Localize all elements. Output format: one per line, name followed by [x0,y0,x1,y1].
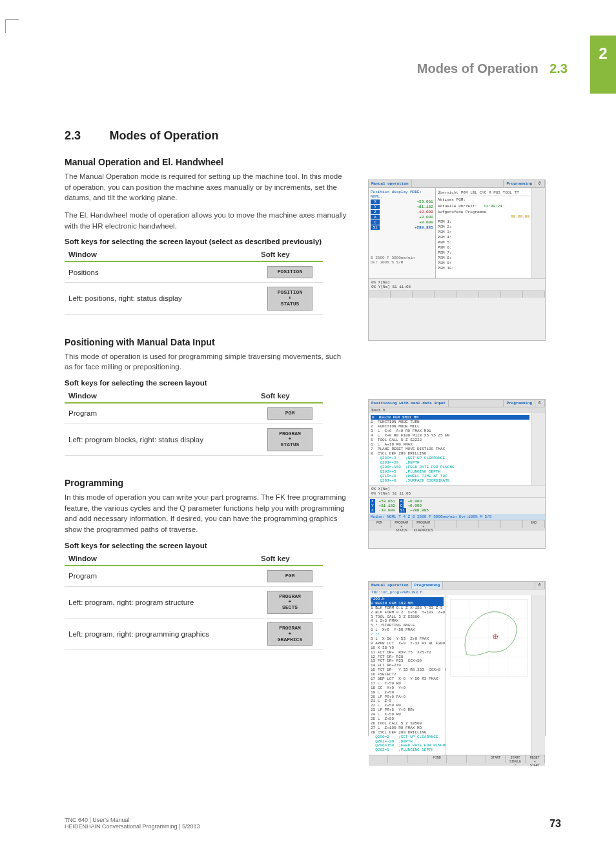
cell-window: Left: program, right: programming graphi… [65,618,257,650]
ss2-sidebar [531,413,545,485]
ss1-feed: S 2500 F 3000mm/min [371,256,433,260]
footer-line1: TNC 640 | User's Manual [65,817,200,823]
ss3-title-left: Manual operation [369,582,412,589]
softkey-program-graphics[interactable]: PROGRAM + GRAPHICS [267,622,313,646]
heading-manual: Manual Operation and El. Handwheel [65,157,349,167]
softkey-program-sects[interactable]: PROGRAM + SECTS [267,591,313,614]
ss2-titlebar: Positioning with manl.data input Program… [369,400,545,407]
clock-icon: ⏱ [535,180,545,187]
footer-line2: HEIDENHAIN Conversational Programming | … [65,823,200,830]
para-prog: In this mode of operation you can write … [65,492,349,535]
ss1-uhrzeit: 11:09:24 [484,204,502,209]
ss1-positions-panel: Position display MODE: NOML. X+53.061Y+8… [369,188,436,278]
cell-window: Left: program, right: program structure [65,586,257,618]
softkey-table-manual: Window Soft key Positions POSITION Left:… [65,248,323,314]
ss3-graphics-panel [446,595,531,755]
para-mdi: This mode of operation is used for progr… [65,351,349,373]
footer: TNC 640 | User's Manual HEIDENHAIN Conve… [65,817,200,830]
ss1-status-bar: 0% X[Nm] 0% Y[Nm] S1 11:05 [369,278,545,291]
sk-heading-prog: Soft keys for selecting the screen layou… [65,542,349,549]
ss2-status2: 0% Y[Nm] S1 11:05 [371,491,542,496]
th-softkey: Soft key [257,552,323,566]
heading-mdi: Positioning with Manual Data Input [65,337,349,347]
banner-title: Modes of Operation [417,61,539,76]
softkey-program-status[interactable]: PROGRAM + STATUS [267,428,313,451]
ss1-title-left: Manual operation [369,180,412,187]
para-manual-2: The El. Handwheel mode of operation allo… [65,210,349,231]
para-manual-1: The Manual Operation mode is required fo… [65,171,349,203]
table-row: Left: program, right: programming graphi… [65,618,323,650]
ss2-bottom-status: Modus: NOML T 4 Z S 2500 F 3000mm/min Ov… [369,514,545,520]
ss1-softkey-row [369,291,545,298]
ss2-status: 0% X[Nm] 0% Y[Nm] S1 11:05 [369,485,545,497]
th-window: Window [65,552,257,566]
section-number: 2.3 [65,129,81,142]
clock-icon: ⏱ [535,582,545,589]
softkey-pgm[interactable]: PGM [267,570,313,582]
chapter-tab: 2 [590,36,616,94]
ss2-positions: X+53.061A+0.000Y+81.182C+0.000Z-10.000S1… [369,497,545,514]
page-number: 73 [549,818,561,830]
softkey-pgm[interactable]: PGM [267,407,313,420]
section-banner: Modes of Operation 2.3 [417,61,568,76]
heading-prog: Programming [65,478,349,488]
ss3-title-right: Programming [412,582,444,589]
table-row: Left: positions, right: status display P… [65,283,323,314]
screenshot-programming: Manual operation Programming ⏱ TNC:\nc_p… [368,581,546,736]
ss2-status1: 0% X[Nm] [371,487,542,491]
ss1-timer: 00:00:08 [438,214,529,219]
ss2-file: $mdi.h [369,407,545,413]
sk-heading-manual: Soft keys for selecting the screen layou… [65,238,349,245]
ss3-program-listing: *103.h0 BEGIN PGM 193 MM1 BLK FORM 0.1 Z… [369,595,446,755]
cell-window: Program [65,566,257,586]
sk-heading-mdi: Soft keys for selecting the screen layou… [65,379,349,387]
clock-icon: ⏱ [535,400,545,407]
ss1-tabs: Übersicht PGM LBL CYC M POS TOOL TT [438,190,529,196]
ss1-uhrzeit-label: Aktuelle Uhrzeit: [438,204,477,209]
ss1-title-right: Programming [504,180,535,187]
ss2-title-right: Programming [504,400,535,407]
ss1-aktives-pgm: Aktives PGM: [438,198,529,202]
ss2-softkey-row: PGMPROGRAM + STATUSPROGRAM + KINEMATICSE… [369,520,545,531]
th-softkey: Soft key [257,389,323,403]
ss1-titlebar: Manual operation Programming ⏱ [369,180,545,188]
ss3-titlebar: Manual operation Programming ⏱ [369,582,545,589]
table-row: Program PGM [65,403,323,424]
ss1-pos-mode: Position display MODE: NOML. [371,190,433,199]
ss1-sidebar [531,188,545,278]
ss2-program-listing: 0 BEGIN PGM $MDI MM1 FUNCTION MODE TURN2… [369,413,531,485]
softkey-table-mdi: Window Soft key Program PGM Left: progra… [65,389,323,456]
banner-number: 2.3 [549,61,568,76]
ss2-title-left: Positioning with manl.data input [369,400,449,407]
softkey-table-prog: Window Soft key Program PGM Left: progra… [65,552,323,651]
th-window: Window [65,389,257,403]
screenshot-manual-operation: Manual operation Programming ⏱ Position … [368,179,546,341]
main-content: 2.3 Modes of Operation Manual Operation … [65,129,349,650]
ss1-ovr: Ovr 100% % S/R [371,260,433,265]
ss3-sidebar [531,595,545,755]
section-heading: 2.3 Modes of Operation [65,129,349,143]
ss1-pgm-list: PGM 1:PGM 2:PGM 3:PGM 4:PGM 5:PGM 6:PGM … [438,219,529,271]
ss3-softkey-row: FINDSTARTSTART SINGLE /RESET + START [369,755,545,766]
ss3-path: TNC:\nc_prog\PGM\193.h [369,589,545,595]
cell-window: Left: positions, right: status display [65,283,257,314]
ss1-status2: 0% Y[Nm] S1 11:05 [371,285,542,289]
screenshot-mdi: Positioning with manl.data input Program… [368,399,546,549]
ss3-toolpath-graphic [450,599,528,677]
ss1-overview-panel: Übersicht PGM LBL CYC M POS TOOL TT Akti… [436,188,531,278]
cell-window: Left: program blocks, right: status disp… [65,424,257,455]
table-row: Left: program, right: program structure … [65,586,323,618]
cell-window: Positions [65,261,257,282]
crop-mark [5,19,19,33]
table-row: Positions POSITION [65,261,323,282]
th-softkey: Soft key [257,248,323,261]
th-window: Window [65,248,257,261]
softkey-position[interactable]: POSITION [267,266,313,278]
table-row: Left: program blocks, right: status disp… [65,424,323,455]
ss1-called-programs-label: Aufgerufene Programme [438,210,529,214]
softkey-position-status[interactable]: POSITION + STATUS [267,287,313,310]
table-row: Program PGM [65,566,323,586]
cell-window: Program [65,403,257,424]
ss1-status1: 0% X[Nm] [371,280,542,285]
section-title: Modes of Operation [109,129,218,142]
